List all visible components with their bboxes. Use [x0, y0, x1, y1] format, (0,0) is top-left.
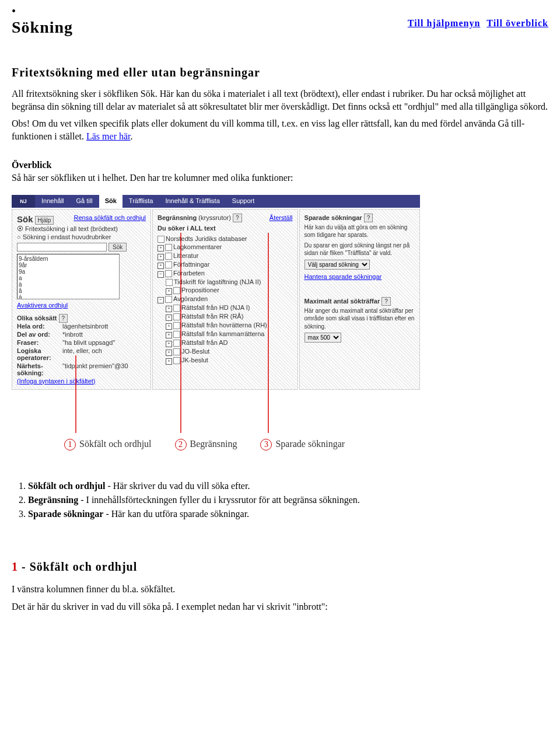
- tab-support[interactable]: Support: [226, 195, 261, 208]
- expand-icon[interactable]: +: [158, 245, 164, 252]
- checkbox[interactable]: [165, 270, 172, 277]
- collapse-icon[interactable]: −: [158, 271, 164, 278]
- link-overview[interactable]: Till överblick: [487, 18, 548, 28]
- expand-icon[interactable]: +: [166, 306, 172, 312]
- screenshot: NJ Innehåll Gå till Sök Träfflista Inneh…: [12, 195, 548, 452]
- checkbox[interactable]: [166, 279, 173, 286]
- intro-paragraph-1: All fritextsökning sker i sökfliken Sök.…: [12, 88, 548, 113]
- tab-sok[interactable]: Sök: [99, 195, 123, 208]
- tab-bar: NJ Innehåll Gå till Sök Träfflista Inneh…: [12, 195, 420, 208]
- tree-item[interactable]: Propositioner: [181, 287, 219, 294]
- tree-item[interactable]: Norstedts Juridiks databaser: [166, 235, 247, 242]
- limit-help[interactable]: ?: [233, 214, 242, 222]
- read-more-link[interactable]: Läs mer här: [86, 131, 131, 141]
- checkbox[interactable]: [173, 287, 180, 294]
- checkbox[interactable]: [165, 253, 172, 260]
- mode-example: lägenhetsinbrott: [62, 323, 146, 330]
- mode-label: Hela ord:: [17, 323, 62, 330]
- expand-icon[interactable]: +: [158, 254, 164, 260]
- checkbox[interactable]: [173, 322, 180, 329]
- numbered-list: Sökfält och ordhjul - Här skriver du vad…: [12, 481, 548, 519]
- checkbox[interactable]: [173, 331, 180, 338]
- checkbox[interactable]: [173, 348, 180, 355]
- tree-item[interactable]: JO-Beslut: [181, 348, 209, 355]
- tree-item[interactable]: Rättsfall från kammarrätterna: [181, 330, 264, 337]
- tree-item[interactable]: Förarbeten: [173, 270, 205, 277]
- tree-item[interactable]: Avgöranden: [173, 295, 208, 302]
- saved-search-select[interactable]: Välj sparad sökning: [304, 260, 370, 270]
- search-input[interactable]: [17, 243, 107, 252]
- checkbox[interactable]: [173, 305, 180, 312]
- tree-item[interactable]: Lagkommentarer: [173, 243, 222, 250]
- max-hits-help[interactable]: ?: [382, 297, 391, 306]
- radio-fulltext[interactable]: ⦿ Fritextsökning i all text (brödtext): [17, 225, 146, 232]
- annotation-1: 1Sökfält och ordhjul: [64, 439, 152, 450]
- mode-label: Logiska operatorer:: [17, 347, 62, 361]
- list-item[interactable]: à: [19, 281, 118, 288]
- top-links: Till hjälpmenyn Till överblick: [404, 18, 548, 29]
- limit-tree: Norstedts Juridiks databaser +Lagkomment…: [158, 235, 293, 365]
- collapse-icon[interactable]: −: [158, 297, 164, 303]
- saved-help[interactable]: ?: [364, 214, 373, 222]
- expand-icon[interactable]: +: [166, 358, 172, 365]
- tab-trafflista[interactable]: Träfflista: [123, 195, 159, 208]
- tree-item[interactable]: JK-beslut: [181, 357, 208, 364]
- checkbox[interactable]: [173, 357, 180, 364]
- list-item[interactable]: a: [19, 275, 118, 281]
- checkbox[interactable]: [158, 236, 164, 243]
- expand-icon[interactable]: +: [166, 323, 172, 330]
- clear-link[interactable]: Rensa sökfält och ordhjul: [74, 214, 146, 221]
- annotation-2: 2Begränsning: [175, 439, 237, 450]
- mode-label: Närhets-sökning:: [17, 362, 62, 376]
- expand-icon[interactable]: +: [166, 341, 172, 347]
- mode-example: "ha blivit uppsagd": [62, 339, 146, 346]
- checkbox[interactable]: [165, 244, 172, 251]
- list-item[interactable]: 9a: [19, 268, 118, 275]
- list-item[interactable]: 9år: [19, 262, 118, 268]
- tree-item[interactable]: Författningar: [173, 261, 209, 268]
- manage-saved-link[interactable]: Hantera sparade sökningar: [304, 273, 415, 280]
- search-modes-help[interactable]: ?: [59, 314, 68, 323]
- saved-p2: Du sparar en gjord sökning längst ner på…: [304, 242, 415, 257]
- expand-icon[interactable]: +: [166, 332, 172, 338]
- checkbox[interactable]: [165, 261, 172, 268]
- tree-item[interactable]: Rättsfall från AD: [181, 339, 228, 346]
- tree-item[interactable]: Tidskrift för lagstiftning (NJA II): [174, 278, 261, 285]
- col2-title: Begränsning: [158, 214, 197, 221]
- col2-subtitle: (kryssrutor): [198, 214, 231, 221]
- tree-item[interactable]: Rättsfall från hovrätterna (RH): [181, 322, 267, 329]
- list-item-2: Begränsning - I innehållsförteckningen f…: [28, 495, 548, 505]
- subheading: Fritextsökning med eller utan begränsnin…: [12, 66, 548, 79]
- mode-example: "tidpunkt premien"@30: [62, 362, 146, 376]
- tab-gatill[interactable]: Gå till: [71, 195, 99, 208]
- expand-icon[interactable]: +: [166, 288, 172, 295]
- list-item-3: Sparade sökningar - Här kan du utföra sp…: [28, 509, 548, 519]
- reset-link[interactable]: Återställ: [270, 214, 293, 221]
- list-item[interactable]: å: [19, 288, 118, 294]
- col1-title: Sök: [17, 214, 33, 224]
- search-button[interactable]: Sök: [108, 243, 127, 252]
- max-hits-select[interactable]: max 500: [304, 333, 341, 343]
- expand-icon[interactable]: +: [166, 350, 172, 356]
- help-button[interactable]: Hjälp: [35, 216, 54, 225]
- list-item[interactable]: 9-årsåldern: [19, 256, 118, 262]
- expand-icon[interactable]: +: [166, 315, 172, 321]
- tab-innehall-trafflista[interactable]: Innehåll & Träfflista: [159, 195, 225, 208]
- wordwheel-list[interactable]: 9-årsåldern 9år 9a a à å á: [17, 254, 120, 299]
- insert-syntax-link[interactable]: (Infoga syntaxen i sökfältet): [17, 378, 146, 385]
- radio-headings[interactable]: ○ Sökning i endast huvudrubriker: [17, 233, 146, 240]
- deactivate-wordwheel-link[interactable]: Avaktivera ordhjul: [17, 302, 146, 309]
- tree-item[interactable]: Rättsfall från HD (NJA I): [181, 304, 250, 311]
- list-item-1: Sökfält och ordhjul - Här skriver du vad…: [28, 481, 548, 491]
- tree-item[interactable]: Litteratur: [173, 252, 198, 259]
- checkbox[interactable]: [173, 340, 180, 347]
- checkbox[interactable]: [173, 313, 180, 320]
- expand-icon[interactable]: +: [158, 263, 164, 269]
- tree-item[interactable]: Rättsfall från RR (RÅ): [181, 313, 243, 320]
- link-help[interactable]: Till hjälpmenyn: [408, 18, 481, 28]
- checkbox[interactable]: [165, 296, 172, 303]
- app-logo: NJ: [12, 195, 35, 208]
- list-item[interactable]: á: [19, 294, 118, 299]
- tab-innehall[interactable]: Innehåll: [36, 195, 70, 208]
- intro-paragraph-2-tail: .: [131, 131, 133, 141]
